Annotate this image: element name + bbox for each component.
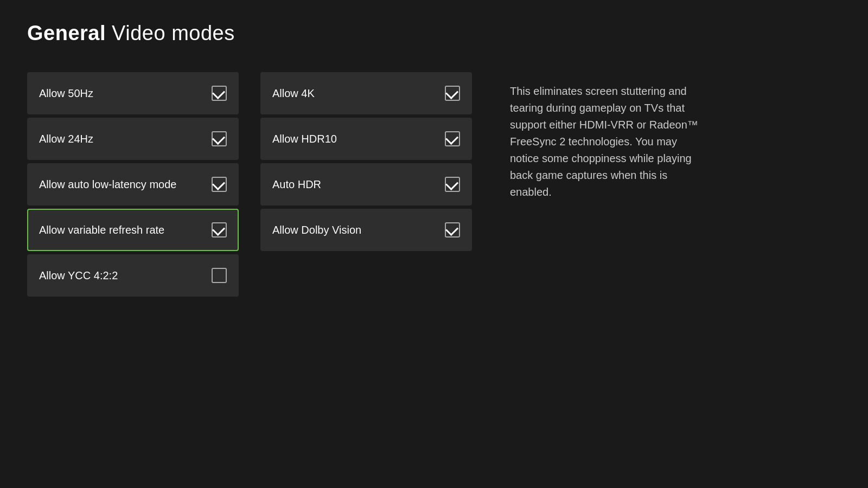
checkbox-allow-variable-refresh-rate[interactable] (212, 222, 227, 237)
setting-label-allow-dolby-vision: Allow Dolby Vision (272, 224, 361, 236)
setting-item-allow-4k[interactable]: Allow 4K (260, 72, 472, 114)
setting-item-allow-dolby-vision[interactable]: Allow Dolby Vision (260, 209, 472, 251)
setting-label-allow-auto-low-latency: Allow auto low-latency mode (39, 178, 176, 191)
setting-item-allow-24hz[interactable]: Allow 24Hz (27, 118, 239, 160)
checkbox-allow-auto-low-latency[interactable] (212, 177, 227, 192)
checkbox-allow-50hz[interactable] (212, 86, 227, 101)
checkbox-allow-dolby-vision[interactable] (445, 222, 460, 237)
setting-label-allow-variable-refresh-rate: Allow variable refresh rate (39, 224, 164, 236)
setting-label-allow-hdr10: Allow HDR10 (272, 133, 337, 145)
checkbox-allow-4k[interactable] (445, 86, 460, 101)
content-area: Allow 50HzAllow 24HzAllow auto low-laten… (27, 72, 841, 297)
checkbox-allow-hdr10[interactable] (445, 131, 460, 146)
checkbox-allow-ycc-422[interactable] (212, 268, 227, 283)
setting-item-allow-auto-low-latency[interactable]: Allow auto low-latency mode (27, 163, 239, 206)
description-text: This eliminates screen stuttering and te… (510, 83, 705, 201)
setting-item-auto-hdr[interactable]: Auto HDR (260, 163, 472, 206)
checkbox-auto-hdr[interactable] (445, 177, 460, 192)
setting-label-allow-24hz: Allow 24Hz (39, 133, 93, 145)
page-title: General Video modes (27, 22, 841, 45)
setting-item-allow-ycc-422[interactable]: Allow YCC 4:2:2 (27, 254, 239, 297)
right-column: Allow 4KAllow HDR10Auto HDRAllow Dolby V… (260, 72, 472, 251)
setting-item-allow-50hz[interactable]: Allow 50Hz (27, 72, 239, 114)
setting-item-allow-hdr10[interactable]: Allow HDR10 (260, 118, 472, 160)
setting-label-auto-hdr: Auto HDR (272, 178, 321, 191)
setting-item-allow-variable-refresh-rate[interactable]: Allow variable refresh rate (27, 209, 239, 251)
left-column: Allow 50HzAllow 24HzAllow auto low-laten… (27, 72, 239, 297)
checkbox-allow-24hz[interactable] (212, 131, 227, 146)
setting-label-allow-ycc-422: Allow YCC 4:2:2 (39, 269, 118, 282)
setting-label-allow-4k: Allow 4K (272, 87, 315, 100)
description-panel: This eliminates screen stuttering and te… (494, 72, 722, 211)
page-container: General Video modes Allow 50HzAllow 24Hz… (0, 0, 868, 488)
setting-label-allow-50hz: Allow 50Hz (39, 87, 93, 100)
